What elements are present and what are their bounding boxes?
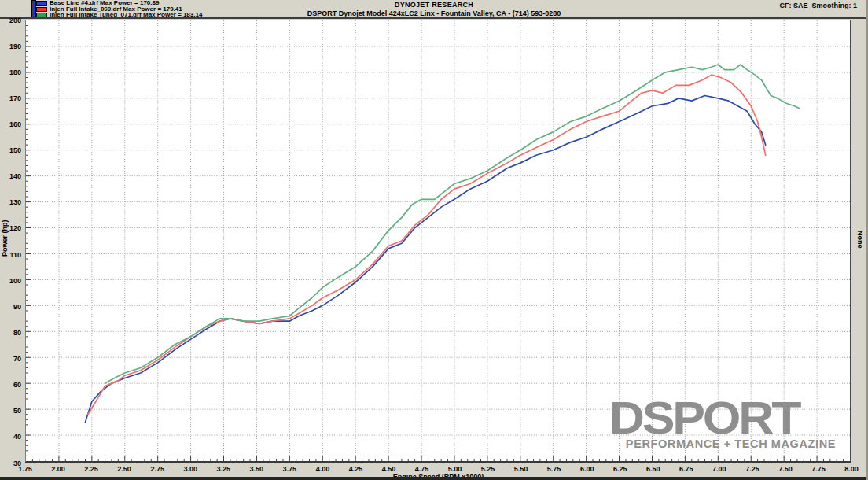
y-tick-label: 190 xyxy=(9,42,21,50)
header-separator xyxy=(0,17,868,19)
correction-smoothing-info: CF: SAE Smoothing: 1 xyxy=(780,2,858,9)
x-tick-label: 2.25 xyxy=(84,465,98,473)
y-tick-label: 50 xyxy=(13,407,21,415)
x-tick-label: 7.00 xyxy=(712,465,726,473)
x-tick-label: 6.75 xyxy=(679,465,693,473)
y-tick-label: 90 xyxy=(13,303,21,311)
x-axis-tick-labels: 1.752.002.252.502.753.003.253.503.754.00… xyxy=(25,465,851,473)
y-tick-label: 100 xyxy=(9,277,21,285)
y-tick-label: 200 xyxy=(9,17,21,24)
x-tick-label: 2.75 xyxy=(150,465,164,473)
plot-area[interactable]: DSPORT PERFORMANCE + TECH MAGAZINE xyxy=(25,20,851,463)
x-tick-label: 4.50 xyxy=(382,465,396,473)
right-axis-label: None xyxy=(855,231,864,257)
x-tick-label: 2.00 xyxy=(51,465,65,473)
y-tick-label: 170 xyxy=(9,94,21,102)
y-tick-label: 70 xyxy=(13,355,21,363)
x-tick-label: 7.25 xyxy=(745,465,760,473)
x-tick-label: 3.75 xyxy=(283,465,297,473)
header-band: DYNOJET RESEARCH DSPORT Dynojet Model 42… xyxy=(0,0,868,17)
x-tick-label: 5.75 xyxy=(547,465,561,473)
power-curve-injen-full-intake-tuned-071-drf xyxy=(105,65,800,383)
x-tick-label: 3.50 xyxy=(250,465,264,473)
x-tick-label: 3.25 xyxy=(216,465,230,473)
y-axis-title: Power (hp) xyxy=(1,206,11,271)
power-curves-canvas xyxy=(26,20,850,461)
y-tick-label: 60 xyxy=(13,381,21,389)
injen-intake-color-swatch xyxy=(36,7,47,12)
x-tick-label: 6.50 xyxy=(646,465,660,473)
power-curve-injen-full-intake-069-drf xyxy=(88,75,766,415)
y-tick-label: 40 xyxy=(13,433,21,441)
y-tick-label: 120 xyxy=(9,224,21,232)
x-tick-label: 4.25 xyxy=(349,465,363,473)
y-tick-label: 150 xyxy=(9,146,21,154)
x-tick-label: 5.50 xyxy=(514,465,528,473)
x-tick-label: 6.00 xyxy=(580,465,594,473)
y-tick-label: 160 xyxy=(9,120,21,128)
x-tick-label: 6.25 xyxy=(613,465,627,473)
x-tick-label: 2.50 xyxy=(117,465,131,473)
y-tick-label: 130 xyxy=(9,198,21,206)
power-curve-base-line-4-drf xyxy=(85,95,765,422)
y-tick-label: 140 xyxy=(9,172,21,180)
x-tick-label: 5.25 xyxy=(481,465,495,473)
y-tick-label: 110 xyxy=(9,251,21,259)
window-bottom-edge xyxy=(0,477,868,480)
x-tick-label: 4.00 xyxy=(316,465,330,473)
dyno-chart-window: DYNOJET RESEARCH DSPORT Dynojet Model 42… xyxy=(0,0,868,480)
y-tick-label: 180 xyxy=(9,68,21,76)
x-tick-label: 4.75 xyxy=(415,465,429,473)
x-tick-label: 7.75 xyxy=(811,465,826,473)
x-tick-label: 3.00 xyxy=(183,465,197,473)
y-tick-label: 80 xyxy=(13,329,21,337)
x-tick-label: 1.75 xyxy=(18,465,32,473)
x-tick-label: 7.50 xyxy=(778,465,793,473)
x-tick-label: 5.00 xyxy=(448,465,462,473)
run-legend: Base Line #4.drf Max Power = 170.89 Inje… xyxy=(31,0,202,18)
x-tick-label: 8.00 xyxy=(844,465,859,473)
baseline-color-swatch xyxy=(36,1,47,6)
